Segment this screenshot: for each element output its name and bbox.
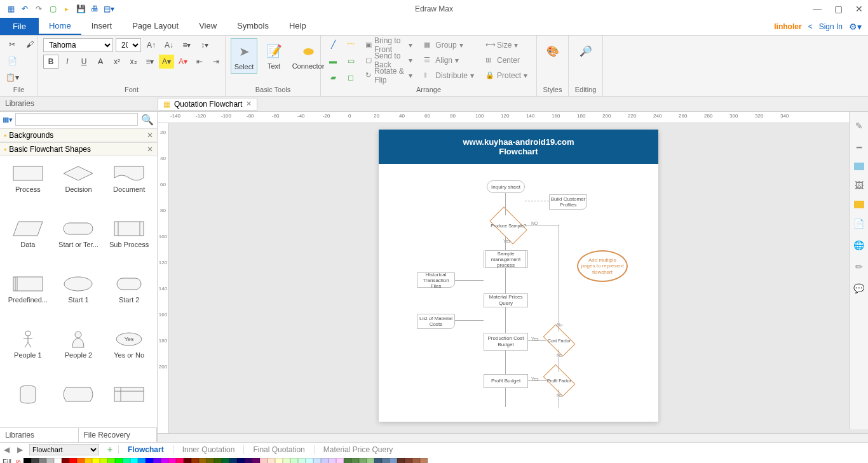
color-swatch[interactable] xyxy=(39,458,46,463)
h-scrollbar[interactable] xyxy=(158,433,868,442)
color-swatch[interactable] xyxy=(260,458,268,463)
color-swatch[interactable] xyxy=(420,458,428,463)
rs-fill1-icon[interactable] xyxy=(854,163,864,170)
new-button[interactable]: ▢ xyxy=(47,3,58,15)
rs-pick-icon[interactable]: ✎ xyxy=(853,119,865,132)
node-produce-decision[interactable]: Produce Sample? xyxy=(492,215,525,236)
shape-start1[interactable]: Start 1 xyxy=(53,269,104,325)
shape-data[interactable]: Data xyxy=(3,214,53,269)
shape-extra3[interactable] xyxy=(104,380,154,425)
canvas[interactable]: www.kuyhaa-android19.com Flowchart Inqui… xyxy=(169,123,868,433)
color-swatch[interactable] xyxy=(367,458,374,463)
group-button[interactable]: ▦Group▾ xyxy=(420,38,478,52)
color-swatch[interactable] xyxy=(321,458,329,463)
align-menu[interactable]: ≡▾ xyxy=(179,38,194,52)
node-list-material[interactable]: List of Material Costs xyxy=(417,314,455,329)
app-icon[interactable]: ▦ xyxy=(5,3,17,15)
rs-fill2-icon[interactable] xyxy=(854,201,864,208)
outdent-button[interactable]: ⇤ xyxy=(192,55,207,69)
cat-close-icon[interactable]: ✕ xyxy=(147,145,153,154)
minimize-button[interactable]: — xyxy=(813,4,822,14)
shape-subprocess[interactable]: Sub Process xyxy=(104,214,154,269)
color-swatch[interactable] xyxy=(130,458,138,463)
bring-front-button[interactable]: ▣Bring to Front▾ xyxy=(362,38,416,52)
color-swatch[interactable] xyxy=(214,458,222,463)
tab-page-layout[interactable]: Page Layout xyxy=(122,18,189,35)
rect-tool-icon[interactable]: ▬ xyxy=(326,55,340,67)
color-swatch[interactable] xyxy=(85,458,92,463)
redo-button[interactable]: ↷ xyxy=(33,3,44,15)
pagetab-flowchart[interactable]: Flowchart xyxy=(118,445,173,454)
strike-button[interactable]: A̶ xyxy=(93,55,108,69)
undo-button[interactable]: ↶ xyxy=(19,3,31,15)
highlight-button[interactable]: A▾ xyxy=(159,55,174,69)
curve-tool-icon[interactable]: 〰 xyxy=(344,38,358,51)
rs-globe-icon[interactable]: 🌐 xyxy=(853,239,865,252)
node-production-cost[interactable]: Production Cost Budget xyxy=(484,333,528,351)
page-prev-icon[interactable]: ◀ xyxy=(0,445,13,454)
copy-icon[interactable]: 📄 xyxy=(5,55,19,67)
shape-decision[interactable]: Decision xyxy=(53,159,104,214)
shape-start2[interactable]: Start 2 xyxy=(104,269,154,325)
grow-font-button[interactable]: A↑ xyxy=(144,38,159,52)
rs-edit-icon[interactable]: ✏ xyxy=(853,260,865,273)
signin-link[interactable]: Sign In xyxy=(819,22,843,31)
open-button[interactable]: ▸ xyxy=(61,3,72,15)
share-icon[interactable]: < xyxy=(808,22,813,31)
shape-predefined[interactable]: Predefined... xyxy=(3,269,53,325)
print-button[interactable]: 🖶 xyxy=(89,3,100,15)
text-tool[interactable]: 📝 Text xyxy=(261,38,287,72)
node-inquiry[interactable]: Inquiry sheet xyxy=(487,180,525,193)
send-back-button[interactable]: ▢Send to Back▾ xyxy=(362,53,416,67)
cut-icon[interactable]: ✂ xyxy=(5,38,19,51)
shape-yesno[interactable]: YesYes or No xyxy=(104,325,154,380)
color-swatch[interactable] xyxy=(275,458,283,463)
color-swatch[interactable] xyxy=(153,458,161,463)
lib-menu-icon[interactable]: ▦▾ xyxy=(3,116,13,124)
settings-icon[interactable]: ⚙▾ xyxy=(849,22,862,32)
shape2-tool-icon[interactable]: ▭ xyxy=(344,55,358,67)
align-button[interactable]: ☰Align▾ xyxy=(420,53,478,67)
bullets-button[interactable]: ≡▾ xyxy=(142,55,158,69)
protect-button[interactable]: 🔒Protect▾ xyxy=(482,69,531,83)
color-swatch[interactable] xyxy=(168,458,176,463)
color-swatch[interactable] xyxy=(54,458,62,463)
rotate-button[interactable]: ↻Rotate & Flip▾ xyxy=(362,69,416,83)
rs-line-icon[interactable]: ━ xyxy=(853,141,865,154)
color-swatch[interactable] xyxy=(69,458,77,463)
color-swatch[interactable] xyxy=(123,458,130,463)
color-swatch[interactable] xyxy=(161,458,168,463)
color-swatch[interactable] xyxy=(374,458,382,463)
font-color-button[interactable]: A▾ xyxy=(175,55,191,69)
color-swatch[interactable] xyxy=(191,458,199,463)
color-swatch[interactable] xyxy=(382,458,390,463)
shape-process[interactable]: Process xyxy=(3,159,53,214)
color-swatch[interactable] xyxy=(24,458,31,463)
save-button[interactable]: 💾 xyxy=(75,3,86,15)
color-swatch[interactable] xyxy=(313,458,321,463)
color-swatch[interactable] xyxy=(100,458,107,463)
subscript-button[interactable]: x₂ xyxy=(126,55,141,69)
pagetab-material[interactable]: Material Price Query xyxy=(314,445,402,454)
page-next-icon[interactable]: ▶ xyxy=(13,445,27,454)
superscript-button[interactable]: x² xyxy=(109,55,125,69)
library-search-input[interactable] xyxy=(15,113,138,126)
color-swatch[interactable] xyxy=(344,458,351,463)
shape-extra2[interactable] xyxy=(53,380,104,425)
rs-layers-icon[interactable]: 📄 xyxy=(853,217,865,230)
format-painter-icon[interactable]: 🖌 xyxy=(23,38,37,51)
color-swatch[interactable] xyxy=(77,458,85,463)
color-swatch[interactable] xyxy=(290,458,298,463)
color-swatch[interactable] xyxy=(138,458,146,463)
font-name-select[interactable]: Tahoma xyxy=(43,38,113,52)
color-swatch[interactable] xyxy=(115,458,123,463)
file-tab[interactable]: File xyxy=(0,18,39,35)
underline-button[interactable]: U xyxy=(76,55,92,69)
distribute-button[interactable]: ⫴Distribute▾ xyxy=(420,69,478,83)
document-tab[interactable]: ▦ Quotation Flowchart ✕ xyxy=(158,98,257,111)
shape-start-term[interactable]: Start or Ter... xyxy=(53,214,104,269)
color-swatch[interactable] xyxy=(62,458,69,463)
color-swatch[interactable] xyxy=(329,458,336,463)
color-swatch[interactable] xyxy=(237,458,245,463)
node-profit-budget[interactable]: Profit Budget xyxy=(484,374,528,388)
